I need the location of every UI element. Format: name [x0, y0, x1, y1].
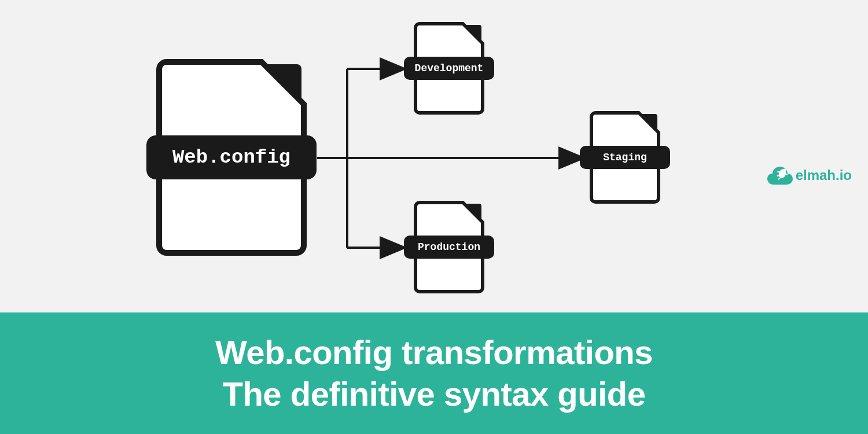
target-label: Production	[404, 236, 494, 259]
banner-line-2: The definitive syntax guide	[223, 375, 646, 413]
file-document-icon: Staging	[590, 111, 660, 204]
diagram-area: Web.config Development Staging Productio…	[0, 0, 868, 312]
svg-point-6	[783, 169, 786, 172]
cloud-bug-icon	[767, 165, 793, 185]
target-label: Development	[404, 57, 494, 80]
banner-line-1: Web.config transformations	[215, 333, 653, 371]
target-label: Staging	[580, 146, 670, 169]
file-document-icon: Production	[414, 201, 484, 293]
brand-name: elmah.io	[796, 167, 852, 183]
source-file-icon: Web.config	[156, 59, 307, 256]
file-document-icon: Development	[414, 22, 484, 115]
source-file-label: Web.config	[146, 135, 317, 179]
banner-heading: Web.config transformations The definitiv…	[215, 332, 653, 415]
title-banner: Web.config transformations The definitiv…	[0, 312, 868, 434]
target-file-production: Production	[414, 201, 484, 293]
target-file-development: Development	[414, 22, 484, 115]
file-document-icon: Web.config	[156, 59, 307, 256]
brand-logo: elmah.io	[767, 165, 852, 185]
target-file-staging: Staging	[590, 111, 660, 204]
